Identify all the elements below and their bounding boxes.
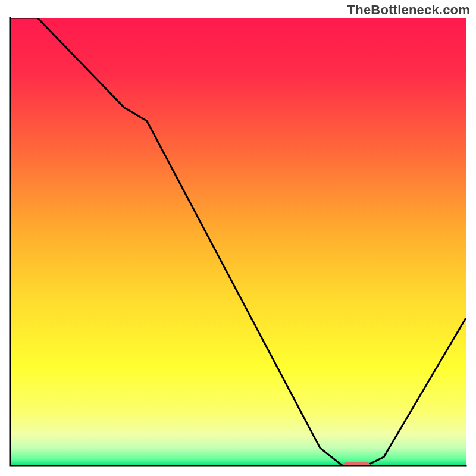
gradient-background <box>10 18 466 466</box>
bottleneck-chart <box>0 0 476 476</box>
chart-container: TheBottleneck.com <box>0 0 476 476</box>
